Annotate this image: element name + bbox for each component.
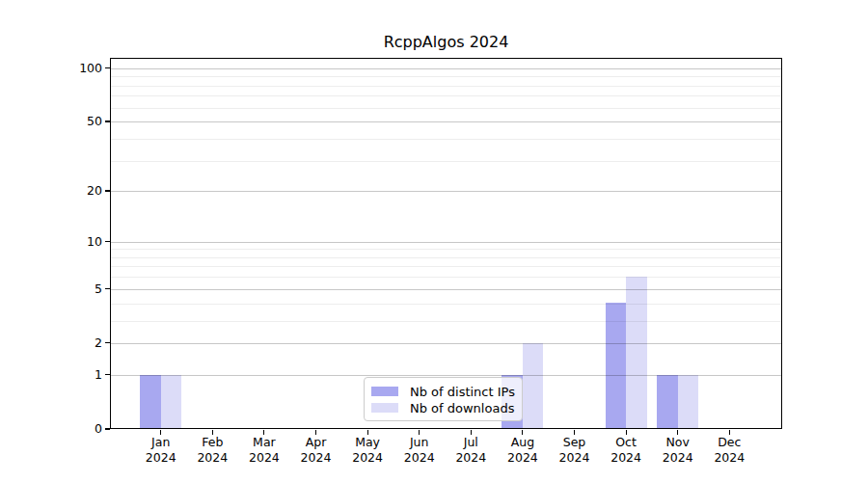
legend-label-distinct-ips: Nb of distinct IPs (410, 385, 515, 399)
y-tick (105, 241, 110, 242)
y-tick (105, 342, 110, 343)
figure: RcppAlgos 2024 0125102050100Jan2024Feb20… (0, 0, 868, 482)
x-tick (677, 430, 678, 435)
y-tick-label: 0 (58, 421, 102, 437)
x-tick (315, 430, 316, 435)
legend-item-downloads: Nb of downloads (371, 400, 514, 415)
y-tick-label: 5 (58, 281, 102, 297)
y-tick-label: 100 (58, 61, 102, 76)
x-tick (419, 430, 420, 435)
x-tick (626, 430, 627, 435)
y-tick (105, 67, 110, 68)
legend-swatch-distinct-ips (371, 387, 398, 396)
x-tick (263, 430, 264, 435)
legend-swatch-downloads (371, 403, 398, 413)
x-tick-label: Dec2024 (702, 435, 756, 465)
x-tick-label: Jul2024 (444, 435, 498, 465)
y-tick (105, 190, 110, 191)
x-tick-label: Feb2024 (185, 435, 239, 465)
x-tick-label: Jun2024 (393, 435, 447, 465)
legend: Nb of distinct IPs Nb of downloads (364, 377, 523, 421)
x-tick (367, 430, 368, 435)
x-tick-label: Sep2024 (548, 435, 602, 465)
x-tick-label: Aug2024 (496, 435, 550, 465)
x-tick (160, 430, 161, 435)
chart-title: RcppAlgos 2024 (110, 33, 782, 51)
y-tick-label: 20 (58, 183, 102, 199)
x-tick-label: Oct2024 (599, 435, 653, 465)
y-tick-label: 1 (58, 367, 102, 383)
y-tick-label: 50 (58, 114, 102, 129)
x-tick (212, 430, 213, 435)
y-tick (105, 374, 110, 375)
x-tick-label: Mar2024 (237, 435, 291, 465)
x-tick-label: Nov2024 (651, 435, 705, 465)
y-tick (105, 120, 110, 121)
legend-label-downloads: Nb of downloads (410, 401, 514, 415)
x-tick-label: Apr2024 (289, 435, 343, 465)
y-tick-label: 10 (58, 234, 102, 250)
x-tick (574, 430, 575, 435)
x-tick (729, 430, 730, 435)
x-tick (522, 430, 523, 435)
plot-area (110, 58, 782, 429)
y-tick (105, 288, 110, 289)
x-tick-label: May2024 (340, 435, 394, 465)
x-tick (471, 430, 472, 435)
y-tick-label: 2 (58, 335, 102, 351)
legend-item-distinct-ips: Nb of distinct IPs (371, 384, 514, 399)
x-tick-label: Jan2024 (134, 435, 188, 465)
y-tick (105, 428, 110, 429)
